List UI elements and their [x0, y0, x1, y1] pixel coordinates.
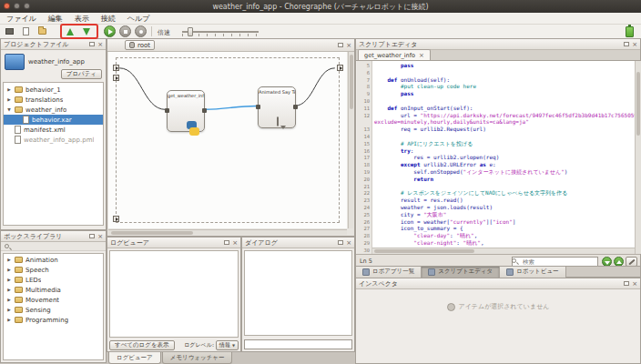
box-library-item[interactable]: ▶Animation	[4, 255, 103, 265]
box-library-item[interactable]: ▶Programming	[4, 315, 103, 325]
project-tree-item[interactable]: ▶translations	[4, 95, 103, 105]
view-tab[interactable]: スクリプトエディタ	[422, 267, 500, 278]
line-number: 30	[357, 248, 372, 254]
new-project-button[interactable]	[20, 25, 32, 37]
window-controls	[4, 3, 30, 9]
code-line: 19 self.onStopped("インターネットに接続されていません")	[357, 168, 635, 176]
view-tab[interactable]: ロボットビュー	[500, 267, 565, 278]
close-panel-icon[interactable]: ×	[97, 42, 103, 47]
search-icon[interactable]	[5, 244, 9, 248]
expander-icon: ▶	[6, 308, 12, 312]
close-panel-icon[interactable]: ×	[632, 281, 637, 287]
project-tree-item[interactable]: weather_info_app.pml	[4, 135, 103, 145]
menu-item[interactable]: ヘルプ	[127, 14, 150, 24]
code-editor[interactable]: 5 pass67 def onUnload(self):8 #put clean…	[357, 61, 641, 254]
log-viewer-panel: ログビューア × すべてのログを表示 ログレベル: 情報 ▼	[107, 237, 241, 352]
flow-editor: root × get_weather_info Animated Say Tex…	[107, 38, 355, 237]
expander-icon: ▶	[6, 288, 12, 292]
project-tree-item[interactable]: ▼weather_info	[4, 105, 103, 115]
box-label: get_weather_info	[168, 93, 204, 98]
view-switch-tabs: ロボアプリ一覧スクリプトエディタロボットビュー	[355, 266, 641, 278]
scrollbar-thumb[interactable]	[636, 72, 640, 136]
box-library-item[interactable]: ▶LEDs	[4, 275, 103, 285]
tab-close-icon[interactable]: ×	[419, 53, 424, 58]
properties-button[interactable]: プロパティ	[61, 69, 102, 79]
box-input-plug[interactable]	[165, 108, 169, 113]
scrollbar-thumb[interactable]	[374, 249, 474, 253]
undock-panel-icon[interactable]	[89, 42, 95, 46]
undock-panel-icon[interactable]	[624, 281, 629, 286]
box-library-item[interactable]: ▶Speech	[4, 265, 103, 275]
folder-icon	[15, 86, 23, 93]
stop-button[interactable]	[119, 25, 131, 37]
expander-icon: ▶	[6, 258, 12, 262]
box-library-item[interactable]: ▶Movement	[4, 295, 103, 305]
empty-message-text: アイテムが選択されていません	[459, 302, 550, 311]
disconnect-robot-button[interactable]	[80, 25, 92, 37]
code-line: 18 except urllib2.URLError as e:	[357, 161, 635, 168]
wire-box2-to-output[interactable]	[294, 68, 335, 106]
scrollbar-thumb[interactable]	[350, 55, 353, 109]
undock-panel-icon[interactable]	[224, 240, 229, 245]
menu-item[interactable]: 接続	[101, 14, 116, 24]
window-minimize-button[interactable]	[14, 3, 20, 9]
flow-editor-topbar: root ×	[107, 39, 354, 52]
bottom-tab[interactable]: メモリウォッチャー	[162, 352, 233, 364]
project-tree-item[interactable]: ▶behavior_1	[4, 85, 103, 95]
folder-icon	[15, 257, 23, 263]
menu-item[interactable]: ファイル	[6, 14, 36, 24]
window-close-button[interactable]	[4, 3, 10, 9]
box-output-plug[interactable]	[293, 105, 298, 109]
script-tab-get-weather-info[interactable]: get_weather_info ×	[358, 49, 431, 60]
window-maximize-button[interactable]	[24, 3, 30, 9]
flow-box-get-weather-info[interactable]: get_weather_info	[167, 90, 205, 132]
box-library-item[interactable]: ▶Sensing	[4, 305, 103, 315]
input-connector-onstop[interactable]	[113, 75, 119, 81]
code-line: 15 # APIにリクエストを投げる	[357, 140, 635, 147]
box-label: Animated Say Tex...	[259, 89, 295, 95]
output-connector-onstopped[interactable]	[337, 65, 343, 71]
flow-canvas[interactable]: get_weather_info Animated Say Tex...	[108, 52, 347, 228]
connect-robot-button[interactable]	[64, 25, 76, 37]
input-connector-onstart[interactable]	[113, 65, 119, 71]
show-all-logs-button[interactable]: すべてのログを表示	[109, 340, 175, 350]
scrollbar-thumb[interactable]	[111, 231, 193, 235]
box-library-item[interactable]: ▶Multimedia	[4, 285, 103, 295]
view-tab[interactable]: ロボアプリ一覧	[356, 267, 422, 278]
debug-button[interactable]	[135, 25, 147, 37]
dialog-input[interactable]	[244, 339, 352, 349]
inspector-empty-message: アイテムが選択されていません	[356, 302, 640, 311]
log-level-select[interactable]: 情報 ▼	[216, 340, 239, 350]
open-project-button[interactable]	[36, 25, 48, 37]
project-files-panel: プロジェクトファイル × weather_info_app プロパティ ▶beh…	[0, 38, 107, 230]
close-panel-icon[interactable]: ×	[97, 234, 103, 239]
undock-panel-icon[interactable]	[624, 42, 629, 46]
script-editor-tabbar: get_weather_info ×	[356, 50, 640, 61]
box-library-tree: ▶Animation▶Speech▶LEDs▶Multimedia▶Moveme…	[3, 253, 104, 360]
menu-item[interactable]: 編集	[48, 14, 63, 24]
undock-panel-icon[interactable]	[338, 43, 343, 47]
close-panel-icon[interactable]: ×	[346, 240, 351, 246]
wire-box1-to-box2[interactable]	[204, 106, 256, 109]
close-panel-icon[interactable]: ×	[346, 43, 351, 48]
play-button[interactable]	[104, 25, 116, 37]
undock-panel-icon[interactable]	[89, 234, 95, 238]
slider-handle[interactable]	[188, 27, 193, 36]
chip-icon	[5, 28, 14, 35]
close-panel-icon[interactable]: ×	[632, 42, 637, 47]
close-panel-icon[interactable]: ×	[232, 240, 238, 246]
box-input-plug[interactable]	[256, 105, 260, 109]
undock-panel-icon[interactable]	[338, 240, 343, 245]
input-connector-bottom[interactable]	[113, 216, 119, 222]
bottom-tab[interactable]: ログビューア	[108, 352, 161, 364]
speed-slider[interactable]	[182, 27, 259, 36]
box-output-plug[interactable]	[202, 108, 207, 113]
project-tree-item[interactable]: behavior.xar	[4, 115, 103, 125]
bottom-dock-tabs: ログビューアメモリウォッチャー	[107, 352, 355, 364]
project-tree-item[interactable]: manifest.xml	[4, 125, 103, 135]
virtual-robot-button[interactable]	[4, 25, 15, 37]
flow-box-animated-say-text[interactable]: Animated Say Tex...	[258, 86, 296, 128]
menu-item[interactable]: 表示	[75, 14, 89, 24]
breadcrumb-root[interactable]: root	[125, 40, 155, 50]
wire-onstart-to-box1[interactable]	[119, 68, 165, 110]
